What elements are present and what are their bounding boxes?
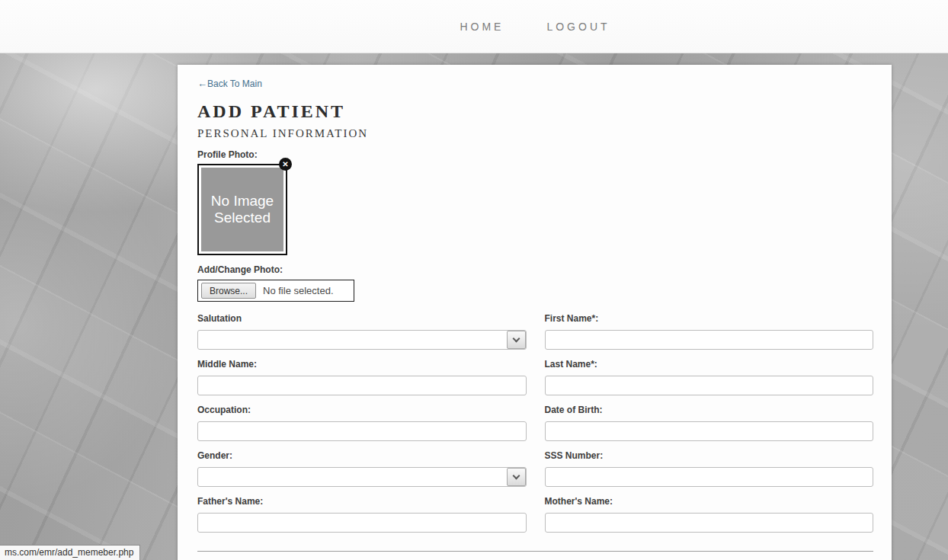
label-occupation: Occupation: xyxy=(197,405,527,416)
browse-button[interactable]: Browse... xyxy=(201,283,256,299)
input-first-name[interactable] xyxy=(545,330,874,350)
field-first-name: First Name*: xyxy=(545,313,874,350)
label-date-of-birth: Date of Birth: xyxy=(545,405,874,416)
field-last-name: Last Name*: xyxy=(545,359,874,395)
label-sss-number: SSS Number: xyxy=(545,450,874,462)
label-gender: Gender: xyxy=(197,450,527,462)
input-occupation[interactable] xyxy=(197,421,527,441)
label-fathers-name: Father's Name: xyxy=(197,496,527,507)
input-date-of-birth[interactable] xyxy=(545,421,874,441)
label-middle-name: Middle Name: xyxy=(197,359,527,370)
profile-photo-label: Profile Photo: xyxy=(197,149,873,160)
status-bar: ms.com/emr/add_memeber.php xyxy=(0,545,140,560)
label-mothers-name: Mother's Name: xyxy=(545,496,874,507)
back-arrow-icon: ← xyxy=(197,78,207,88)
field-middle-name: Middle Name: xyxy=(197,359,527,395)
back-link[interactable]: ←Back To Main xyxy=(197,78,262,89)
site-header: HOMELOGOUT xyxy=(0,0,948,53)
select-gender[interactable] xyxy=(197,467,527,487)
input-last-name[interactable] xyxy=(545,376,874,395)
file-upload-box: Browse... No file selected. xyxy=(197,280,354,302)
field-salutation: Salutation xyxy=(197,313,527,350)
page-title: ADD PATIENT xyxy=(197,101,873,122)
no-image-placeholder: No Image Selected xyxy=(201,168,283,251)
input-fathers-name[interactable] xyxy=(197,513,527,533)
nav-item-logout[interactable]: LOGOUT xyxy=(546,21,610,33)
field-occupation: Occupation: xyxy=(197,405,527,441)
field-fathers-name: Father's Name: xyxy=(197,496,527,533)
label-salutation: Salutation xyxy=(197,313,527,325)
field-mothers-name: Mother's Name: xyxy=(545,496,874,533)
profile-photo-frame: No Image Selected ✕ xyxy=(197,164,287,255)
add-change-photo-label: Add/Change Photo: xyxy=(197,264,873,275)
personal-info-form: Salutation First Name*: Middle Name: Las… xyxy=(197,313,873,533)
top-nav: HOMELOGOUT xyxy=(460,21,610,33)
input-sss-number[interactable] xyxy=(545,467,874,487)
file-status-text: No file selected. xyxy=(263,285,334,296)
section-heading-personal: PERSONAL INFORMATION xyxy=(197,127,873,140)
label-last-name: Last Name*: xyxy=(545,359,874,370)
field-gender: Gender: xyxy=(197,450,527,487)
field-sss-number: SSS Number: xyxy=(545,450,874,487)
input-mothers-name[interactable] xyxy=(545,513,874,533)
content-panel: ←Back To Main ADD PATIENT PERSONAL INFOR… xyxy=(178,65,892,560)
x-icon: ✕ xyxy=(282,161,288,168)
nav-item-home[interactable]: HOME xyxy=(460,21,504,33)
field-date-of-birth: Date of Birth: xyxy=(545,405,874,441)
label-first-name: First Name*: xyxy=(545,313,874,325)
section-divider xyxy=(197,551,873,552)
input-middle-name[interactable] xyxy=(197,376,527,395)
remove-photo-button[interactable]: ✕ xyxy=(279,158,292,171)
select-salutation[interactable] xyxy=(197,330,527,350)
back-link-label: Back To Main xyxy=(207,78,262,89)
